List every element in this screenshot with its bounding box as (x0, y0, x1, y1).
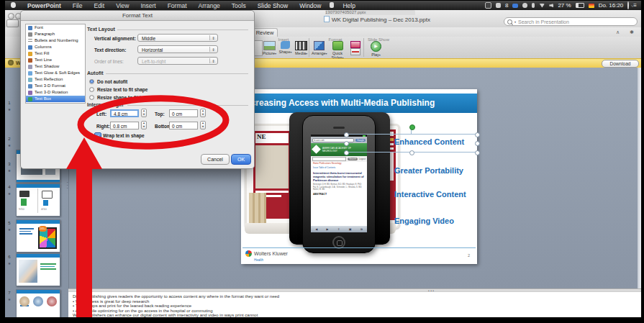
do-not-autofit-label[interactable]: Do not autofit (97, 79, 127, 84)
do-not-autofit-radio[interactable] (89, 79, 94, 84)
category-text-3d-rotation[interactable]: Text 3-D Rotation (26, 89, 85, 96)
slide-bullet-greater-portability[interactable]: Greater Portability (394, 166, 463, 175)
dialog-title[interactable]: Format Text (21, 11, 254, 21)
battery-percent[interactable]: 27 % (558, 2, 571, 9)
resize-text-label[interactable]: Resize text to fit shape (97, 87, 148, 92)
language-flag-icon[interactable] (589, 4, 594, 8)
menu-item-tools[interactable]: Tools (226, 2, 252, 9)
display-status-icon[interactable] (512, 4, 518, 8)
margin-left-field[interactable]: 4.8 cm (110, 109, 139, 117)
notification-center-icon[interactable]: ≡ (633, 2, 637, 9)
quick-styles-button[interactable]: Quick Styles▾ (327, 41, 348, 60)
arrange-button[interactable]: Arrange▾ (312, 41, 327, 55)
menu-item-file[interactable]: File (67, 2, 89, 9)
volume-icon[interactable] (549, 4, 553, 8)
slide-number-2[interactable]: 2 (6, 137, 13, 141)
download-button[interactable]: Download (602, 60, 639, 68)
category-text-fill[interactable]: Text Fill (26, 50, 85, 57)
menu-clock[interactable]: Do. 16:20 (599, 2, 624, 9)
thumbnail-slide-7[interactable] (16, 289, 60, 318)
cancel-button[interactable]: Cancel (201, 154, 230, 165)
menu-item-help[interactable]: Help (337, 2, 360, 9)
text-direction-select[interactable]: Horizontal⇕ (137, 45, 218, 53)
thumbnail-slide-5[interactable]: 165+ (16, 219, 60, 253)
category-font[interactable]: Font (26, 24, 85, 31)
category-columns[interactable]: Columns (26, 44, 85, 50)
margin-bottom-stepper[interactable]: ▲▼ (200, 121, 206, 129)
input-source-badge[interactable]: 8 (505, 2, 508, 9)
ribbon-gear-icon[interactable]: ✱ (630, 29, 634, 35)
ok-button[interactable]: OK (231, 154, 251, 165)
line-style-icon[interactable] (350, 48, 360, 55)
ribbon-collapse-icon[interactable]: ∧ (616, 29, 620, 35)
slide-number-1[interactable]: 1 (6, 101, 13, 105)
margin-right-field[interactable]: 0.8 cm (110, 122, 139, 129)
selection-handle[interactable] (344, 150, 349, 155)
background-window-title[interactable]: 1307307405027.pptx (325, 10, 415, 15)
category-paragraph[interactable]: Paragraph (26, 31, 85, 37)
menu-item-edit[interactable]: Edit (88, 2, 110, 9)
category-text-3d-format[interactable]: Text 3-D Format (26, 83, 85, 89)
text-effects-icon[interactable] (350, 41, 360, 48)
resize-shape-label[interactable]: Resize shape to fit text (97, 95, 148, 100)
slide-number-5[interactable]: 5 (6, 221, 13, 225)
selection-handle[interactable] (475, 141, 480, 146)
resize-shape-radio[interactable] (89, 95, 94, 100)
category-bullets-numbering[interactable]: Bullets and Numbering (26, 37, 85, 44)
sync-status-icon[interactable] (496, 3, 501, 8)
spotlight-icon[interactable] (627, 2, 629, 9)
category-text-box[interactable]: Text Box (26, 96, 85, 102)
script-menu-icon[interactable] (327, 2, 337, 9)
menu-item-format[interactable]: Format (162, 2, 193, 9)
wifi-icon[interactable] (539, 4, 545, 8)
play-slideshow-button[interactable]: ▶ Play▾ (368, 41, 384, 57)
search-input[interactable]: ▾ Search in Presentation (504, 17, 638, 26)
margin-bottom-field[interactable]: 0 cm (169, 122, 198, 129)
margin-top-field[interactable]: 0 cm (169, 109, 198, 117)
margin-left-stepper[interactable]: ▲▼ (141, 109, 147, 117)
slide-number-7[interactable]: 7 (6, 291, 13, 295)
wrap-text-label[interactable]: Wrap text in shape (103, 133, 145, 138)
app-status-icon[interactable] (485, 2, 491, 9)
rotation-handle[interactable] (409, 124, 415, 130)
thumbnail-slide-6[interactable] (16, 253, 60, 286)
wrap-text-checkbox[interactable]: ✓ (94, 132, 101, 140)
slide-bullet-enhanced-content[interactable]: Enhanced Content (394, 137, 464, 146)
category-text-shadow[interactable]: Text Shadow (26, 63, 85, 70)
selection-handle[interactable] (475, 150, 480, 155)
category-text-glow[interactable]: Text Glow & Soft Edges (26, 70, 85, 76)
thumbnail-slide-4[interactable]: 9/10 4/10 (16, 183, 60, 217)
notes-pane[interactable]: Digital Publishing gives readers the opp… (68, 292, 641, 317)
margin-top-stepper[interactable]: ▲▼ (200, 109, 206, 117)
selection-handle[interactable] (344, 141, 349, 146)
menu-item-window[interactable]: Window (294, 2, 327, 9)
time-machine-icon[interactable] (522, 3, 527, 8)
slide-number-3[interactable]: 3 (6, 162, 13, 166)
slide-number-4[interactable]: 4 (6, 185, 13, 189)
menu-item-arrange[interactable]: Arrange (193, 2, 226, 9)
menu-item-powerpoint[interactable]: PowerPoint (22, 2, 67, 9)
panel-resize-handle[interactable]: ••• (67, 181, 69, 191)
toolbar-icon-fragment[interactable] (6, 19, 19, 27)
insert-media-button[interactable]: Media▾ (294, 41, 309, 55)
menu-item-view[interactable]: View (110, 2, 135, 9)
selection-handle[interactable] (409, 150, 414, 155)
apple-menu[interactable] (5, 2, 22, 9)
dialog-category-list[interactable]: Font Paragraph Bullets and Numbering Col… (25, 24, 86, 104)
slide-bullet-interactive-content[interactable]: Interactive Content (394, 190, 466, 199)
close-window-button[interactable] (8, 13, 14, 19)
selection-handle[interactable] (344, 132, 349, 137)
bluetooth-icon[interactable] (532, 3, 535, 8)
vertical-alignment-select[interactable]: Middle⇕ (137, 34, 218, 42)
insert-picture-button[interactable]: Picture▾ (262, 41, 277, 55)
category-text-line[interactable]: Text Line (26, 57, 85, 63)
slide-number-6[interactable]: 6 (6, 255, 13, 259)
category-text-reflection[interactable]: Text Reflection (26, 76, 85, 83)
selection-handle[interactable] (475, 132, 480, 137)
menu-item-slideshow[interactable]: Slide Show (252, 2, 294, 9)
margin-right-stepper[interactable]: ▲▼ (141, 121, 147, 129)
insert-shape-button[interactable]: Shape▾ (278, 41, 293, 54)
resize-text-radio[interactable] (89, 87, 94, 92)
menu-item-insert[interactable]: Insert (135, 2, 161, 9)
slide-bullet-engaging-video[interactable]: Engaging Video (394, 217, 454, 225)
